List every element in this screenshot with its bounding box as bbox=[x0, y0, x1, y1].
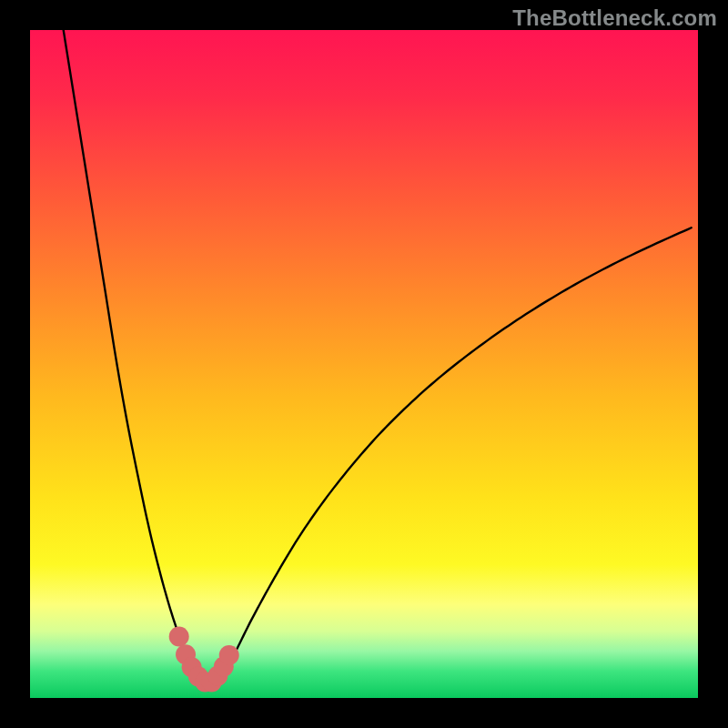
chart-frame: TheBottleneck.com bbox=[0, 0, 728, 728]
marker-dot bbox=[169, 626, 189, 646]
chart-svg bbox=[30, 30, 698, 698]
watermark-text: TheBottleneck.com bbox=[512, 5, 717, 31]
gradient-background bbox=[30, 30, 698, 698]
marker-dot bbox=[219, 645, 239, 665]
plot-area bbox=[30, 30, 698, 698]
